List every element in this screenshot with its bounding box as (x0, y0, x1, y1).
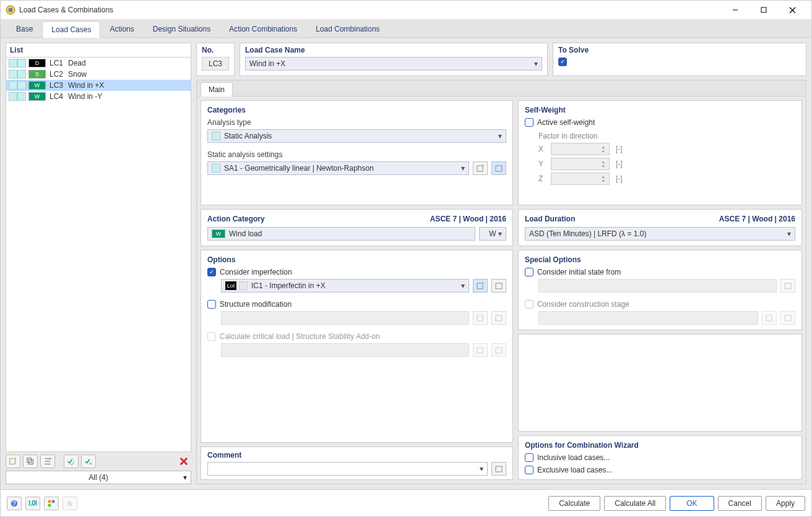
apply-button[interactable]: Apply (766, 496, 805, 511)
tab-design-situations[interactable]: Design Situations (144, 20, 220, 37)
edit-initial-state-button[interactable] (780, 279, 795, 293)
titlebar: Load Cases & Combinations (1, 1, 811, 19)
comment-dropdown[interactable]: ▾ (207, 462, 488, 476)
inner-tabs: Main (197, 80, 806, 96)
tab-base[interactable]: Base (7, 20, 42, 37)
new-item-button[interactable] (6, 455, 20, 468)
chevron-down-icon: ▾ (480, 464, 483, 473)
active-self-weight-checkbox[interactable] (525, 118, 533, 127)
initial-state-checkbox[interactable] (525, 268, 533, 276)
imperfection-dropdown[interactable]: LoI IC1 - Imperfectin in +X ▾ (221, 279, 469, 293)
action-category-standard: ASCE 7 | Wood | 2016 (430, 215, 506, 223)
static-settings-dropdown[interactable]: SA1 - Geometrically linear | Newton-Raph… (207, 161, 469, 175)
analysis-type-dropdown[interactable]: Static Analysis ▾ (207, 129, 506, 143)
chevron-down-icon: ▾ (498, 229, 502, 238)
minimize-button[interactable] (721, 1, 749, 19)
edit-imperfection-button[interactable] (491, 279, 506, 293)
list-item[interactable]: S LC2Snow (6, 69, 191, 80)
new-construction-stage-button (762, 311, 777, 325)
chevron-down-icon: ▾ (461, 281, 465, 290)
check-all-button[interactable] (64, 455, 79, 468)
maximize-button[interactable] (749, 1, 778, 19)
settings-button[interactable] (44, 497, 59, 510)
svg-rect-9 (28, 459, 33, 464)
load-duration-dropdown[interactable]: ASD (Ten Minutes) | LRFD (λ = 1.0) ▾ (525, 227, 795, 241)
svg-rect-26 (766, 315, 772, 321)
list-item[interactable]: D LC1Dead (6, 58, 191, 69)
inclusive-load-cases-label: Inclusive load cases... (537, 453, 610, 462)
load-case-name-dropdown[interactable]: Wind in +X▾ (245, 57, 542, 70)
chevron-down-icon: ▾ (461, 164, 465, 173)
edit-structure-mod-button[interactable] (491, 311, 506, 325)
delete-item-button[interactable] (176, 455, 191, 468)
tab-load-cases[interactable]: Load Cases (42, 21, 100, 38)
calculate-button[interactable]: Calculate (548, 496, 600, 511)
comment-edit-button[interactable] (491, 462, 506, 476)
copy-item-button[interactable] (23, 455, 38, 468)
cancel-button[interactable]: Cancel (718, 496, 762, 511)
svg-rect-32 (48, 500, 51, 502)
factor-y-input: ▴▾ (551, 158, 610, 170)
action-category-title: Action Category (207, 215, 265, 223)
factor-z-input: ▴▾ (551, 173, 610, 185)
close-window-button[interactable] (778, 1, 806, 19)
analysis-type-label: Analysis type (207, 118, 506, 127)
load-case-list[interactable]: D LC1Dead S LC2Snow W LC3Wind in +X W LC… (6, 57, 191, 452)
calc-critical-field (221, 343, 469, 357)
initial-state-field (538, 279, 777, 293)
consider-imperfection-label: Consider imperfection (220, 268, 292, 276)
edit-settings-button[interactable] (491, 161, 506, 175)
action-category-dropdown[interactable]: W Wind load (207, 227, 475, 241)
self-weight-title: Self-Weight (525, 106, 566, 114)
combination-wizard-title: Options for Combination Wizard (525, 441, 639, 450)
ok-button[interactable]: OK (670, 496, 714, 511)
reorder-button[interactable] (40, 455, 55, 468)
svg-rect-21 (496, 315, 502, 321)
window-title: Load Cases & Combinations (19, 6, 721, 14)
units-button[interactable]: 0,00 (25, 497, 40, 510)
list-item[interactable]: W LC3Wind in +X (6, 80, 191, 91)
to-solve-label: To Solve (553, 43, 806, 57)
uncheck-all-button[interactable] (81, 455, 96, 468)
special-options-title: Special Options (525, 255, 581, 264)
no-label: No. (197, 43, 234, 57)
filter-dropdown[interactable]: All (4) ▾ (6, 471, 191, 484)
tab-main[interactable]: Main (201, 82, 233, 96)
new-imperfection-button[interactable] (473, 279, 488, 293)
list-item[interactable]: W LC4Wind in -Y (6, 91, 191, 102)
no-field[interactable]: LC3 (202, 57, 229, 70)
svg-rect-20 (477, 315, 483, 321)
action-category-short-dropdown[interactable]: W ▾ (479, 227, 506, 241)
main-tabs: BaseLoad CasesActionsDesign SituationsAc… (1, 19, 811, 38)
exclusive-load-cases-checkbox[interactable] (525, 466, 533, 474)
load-duration-standard: ASCE 7 | Wood | 2016 (719, 215, 795, 223)
chevron-down-icon: ▾ (498, 132, 502, 140)
svg-rect-1 (9, 8, 12, 12)
edit-calc-critical-button (491, 343, 506, 357)
construction-stage-label: Consider construction stage (537, 300, 629, 309)
function-button[interactable]: fx (63, 497, 77, 510)
chevron-down-icon: ▾ (183, 473, 187, 482)
tab-actions[interactable]: Actions (100, 20, 143, 37)
svg-rect-3 (761, 7, 766, 12)
list-header: List (6, 43, 191, 57)
consider-imperfection-checkbox[interactable] (207, 268, 216, 276)
tab-load-combinations[interactable]: Load Combinations (306, 20, 389, 37)
new-structure-mod-button[interactable] (473, 311, 488, 325)
help-button[interactable]: ? (7, 497, 22, 510)
structure-modification-checkbox[interactable] (207, 300, 216, 309)
svg-rect-16 (496, 166, 502, 171)
app-icon (6, 5, 15, 15)
inclusive-load-cases-checkbox[interactable] (525, 453, 533, 462)
chevron-down-icon: ▾ (787, 229, 791, 238)
calculate-all-button[interactable]: Calculate All (604, 496, 666, 511)
svg-rect-14 (477, 166, 483, 171)
new-calc-critical-button (473, 343, 488, 357)
to-solve-checkbox[interactable] (558, 58, 567, 66)
tab-action-combinations[interactable]: Action Combinations (220, 20, 306, 37)
structure-modification-label: Structure modification (220, 300, 292, 309)
options-title: Options (207, 255, 235, 264)
new-settings-button[interactable] (473, 161, 488, 175)
svg-text:fx: fx (67, 499, 73, 506)
calc-critical-checkbox (207, 332, 216, 341)
